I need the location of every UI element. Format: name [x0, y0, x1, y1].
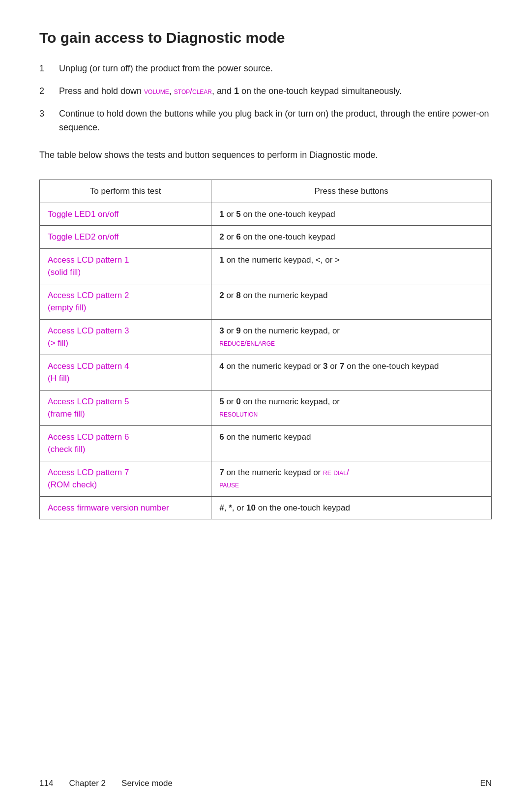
- table-header-row: To perform this test Press these buttons: [40, 180, 492, 203]
- table-row: Access LCD pattern 4(H fill) 4 on the nu…: [40, 355, 492, 390]
- buttons-lcd-pattern-7: 7 on the numeric keypad or Re Dial/Pause: [211, 461, 492, 496]
- col-header-test: To perform this test: [40, 180, 211, 203]
- buttons-lcd-pattern-3: 3 or 9 on the numeric keypad, orReduce/E…: [211, 319, 492, 355]
- test-lcd-pattern-4: Access LCD pattern 4(H fill): [40, 355, 211, 390]
- step-text-1: Unplug (or turn off) the product from th…: [59, 62, 273, 76]
- step-text-3: Continue to hold down the buttons while …: [59, 107, 492, 135]
- step-num-3: 3: [39, 107, 50, 135]
- table-row: Access LCD pattern 2(empty fill) 2 or 8 …: [40, 284, 492, 319]
- buttons-lcd-pattern-6: 6 on the numeric keypad: [211, 425, 492, 461]
- table-row: Access LCD pattern 7(ROM check) 7 on the…: [40, 461, 492, 496]
- step-num-1: 1: [39, 62, 50, 76]
- step-text-2: Press and hold down Volume, Stop/Clear, …: [59, 85, 402, 98]
- footer-left: 114 Chapter 2 Service mode: [39, 779, 173, 788]
- volume-label: Volume: [144, 87, 169, 96]
- buttons-lcd-pattern-5: 5 or 0 on the numeric keypad, orResoluti…: [211, 390, 492, 425]
- stop-clear-label: Stop/Clear: [174, 87, 212, 96]
- test-lcd-pattern-7: Access LCD pattern 7(ROM check): [40, 461, 211, 496]
- table-row: Access LCD pattern 1(solid fill) 1 on th…: [40, 248, 492, 284]
- step-3: 3 Continue to hold down the buttons whil…: [39, 107, 492, 135]
- table-row: Toggle LED2 on/off 2 or 6 on the one-tou…: [40, 226, 492, 249]
- footer-chapter: Chapter 2: [69, 779, 106, 788]
- step-1: 1 Unplug (or turn off) the product from …: [39, 62, 492, 76]
- num-1-label: 1: [234, 86, 239, 96]
- page-title: To gain access to Diagnostic mode: [39, 30, 492, 46]
- footer-locale: EN: [480, 779, 492, 788]
- page-footer: 114 Chapter 2 Service mode EN: [39, 779, 492, 788]
- test-lcd-pattern-5: Access LCD pattern 5(frame fill): [40, 390, 211, 425]
- buttons-lcd-pattern-1: 1 on the numeric keypad, <, or >: [211, 248, 492, 284]
- buttons-lcd-pattern-2: 2 or 8 on the numeric keypad: [211, 284, 492, 319]
- test-lcd-pattern-3: Access LCD pattern 3(> fill): [40, 319, 211, 355]
- buttons-lcd-pattern-4: 4 on the numeric keypad or 3 or 7 on the…: [211, 355, 492, 390]
- col-header-buttons: Press these buttons: [211, 180, 492, 203]
- steps-list: 1 Unplug (or turn off) the product from …: [39, 62, 492, 135]
- step-2: 2 Press and hold down Volume, Stop/Clear…: [39, 85, 492, 98]
- table-row: Access firmware version number #, *, or …: [40, 496, 492, 519]
- footer-page-num: 114: [39, 779, 53, 788]
- test-toggle-led2: Toggle LED2 on/off: [40, 226, 211, 249]
- test-lcd-pattern-2: Access LCD pattern 2(empty fill): [40, 284, 211, 319]
- table-row: Access LCD pattern 5(frame fill) 5 or 0 …: [40, 390, 492, 425]
- test-toggle-led1: Toggle LED1 on/off: [40, 203, 211, 226]
- step-num-2: 2: [39, 85, 50, 98]
- test-firmware-version: Access firmware version number: [40, 496, 211, 519]
- table-row: Toggle LED1 on/off 1 or 5 on the one-tou…: [40, 203, 492, 226]
- test-lcd-pattern-6: Access LCD pattern 6(check fill): [40, 425, 211, 461]
- buttons-firmware-version: #, *, or 10 on the one-touch keypad: [211, 496, 492, 519]
- buttons-toggle-led1: 1 or 5 on the one-touch keypad: [211, 203, 492, 226]
- intro-paragraph: The table below shows the tests and butt…: [39, 149, 492, 162]
- test-lcd-pattern-1: Access LCD pattern 1(solid fill): [40, 248, 211, 284]
- table-row: Access LCD pattern 6(check fill) 6 on th…: [40, 425, 492, 461]
- buttons-toggle-led2: 2 or 6 on the one-touch keypad: [211, 226, 492, 249]
- footer-section: Service mode: [121, 779, 173, 788]
- diagnostic-table: To perform this test Press these buttons…: [39, 180, 492, 519]
- table-row: Access LCD pattern 3(> fill) 3 or 9 on t…: [40, 319, 492, 355]
